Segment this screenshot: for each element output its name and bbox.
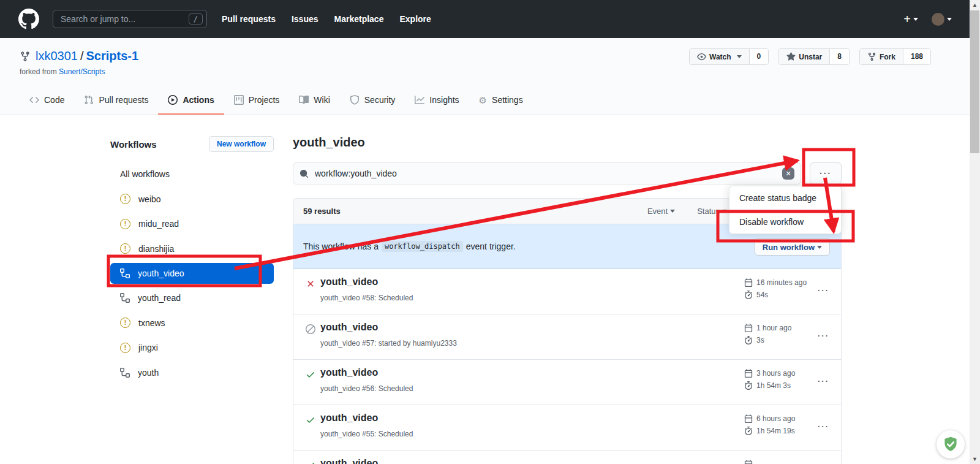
repo-owner-link[interactable]: lxk0301 (36, 49, 78, 63)
run-title-link[interactable]: youth_video (320, 276, 378, 287)
scrollbar-thumb[interactable] (970, 10, 979, 153)
sidebar-item-youth-read[interactable]: youth_read (110, 286, 274, 311)
pull-request-icon (84, 95, 94, 105)
project-icon (234, 95, 244, 105)
repo-name-link[interactable]: Scripts-1 (86, 49, 139, 63)
star-filled-icon (786, 52, 796, 61)
repo-title: lxk0301/Scripts-1 (36, 49, 138, 63)
banner-text: This workflow has a (303, 242, 379, 251)
run-row[interactable]: youth_video youth_video #55: Scheduled 6… (293, 405, 841, 451)
run-duration: 1h 54m 3s (756, 381, 791, 390)
github-logo-icon[interactable] (18, 9, 39, 29)
tab-security[interactable]: Security (340, 86, 405, 115)
run-row[interactable]: youth_video youth_video #58: Scheduled 1… (293, 269, 841, 314)
repo-separator: / (78, 49, 86, 63)
run-duration: 1h 54m 19s (756, 427, 795, 435)
forked-from-line: forked from Sunert/Scripts (20, 67, 105, 76)
run-list: 59 results Event Status This workflow ha… (293, 198, 842, 464)
tab-wiki[interactable]: Wiki (289, 86, 339, 115)
watch-count[interactable]: 0 (749, 49, 769, 64)
workflow-icon (120, 268, 130, 278)
tab-actions[interactable]: Actions (158, 86, 224, 115)
tab-pull-requests[interactable]: Pull requests (74, 86, 158, 115)
nav-link-explore[interactable]: Explore (399, 14, 431, 24)
global-search-input[interactable] (59, 13, 189, 25)
scrollbar-down-arrow[interactable]: ▼ (970, 454, 980, 464)
sidebar-item-txnews[interactable]: ! txnews (110, 311, 274, 336)
adguard-extension-badge[interactable] (937, 430, 965, 458)
run-row[interactable]: youth_video youth_video #57: started by … (293, 314, 841, 360)
menu-item-disable-workflow[interactable]: Disable workflow (729, 210, 841, 234)
create-new-button[interactable]: + (903, 12, 918, 26)
circle-slash-cancelled-icon (306, 324, 315, 334)
top-navbar: / Pull requests Issues Marketplace Explo… (0, 0, 980, 38)
nav-link-pull-requests[interactable]: Pull requests (222, 14, 276, 24)
clear-search-button[interactable]: ✕ (782, 167, 794, 180)
stopwatch-icon (744, 291, 753, 299)
run-title-link[interactable]: youth_video (320, 367, 378, 378)
workflow-label: All workflows (120, 169, 170, 179)
calendar-icon (744, 369, 753, 378)
unstar-button[interactable]: Unstar (779, 49, 829, 64)
x-failed-icon (306, 279, 315, 289)
watch-button[interactable]: Watch (690, 49, 749, 64)
scrollbar-up-arrow[interactable]: ▲ (970, 0, 980, 10)
sidebar-item-midu-read[interactable]: ! midu_read (110, 211, 274, 237)
run-options-button[interactable]: ··· (814, 421, 833, 432)
run-row[interactable]: youth_video youth_video #56: Scheduled 3… (293, 360, 841, 405)
run-row[interactable]: youth_video (293, 451, 841, 464)
forked-from-link[interactable]: Sunert/Scripts (59, 67, 105, 76)
warning-icon: ! (120, 343, 130, 353)
vertical-scrollbar[interactable]: ▲ ▼ (970, 0, 980, 464)
menu-item-create-status-badge[interactable]: Create status badge (729, 186, 841, 210)
user-avatar (932, 13, 944, 26)
run-title-link[interactable]: youth_video (320, 322, 378, 333)
sidebar-item-youth-video[interactable]: youth_video (110, 263, 274, 284)
run-workflow-button[interactable]: Run workflow (755, 238, 830, 256)
event-filter-dropdown[interactable]: Event (647, 207, 675, 216)
banner-code: workflow_dispatch (382, 241, 463, 252)
run-options-button[interactable]: ··· (814, 330, 833, 341)
tab-code[interactable]: Code (20, 86, 74, 115)
star-count[interactable]: 8 (829, 49, 849, 64)
run-options-button[interactable]: ··· (814, 285, 833, 295)
tab-insights[interactable]: Insights (405, 86, 469, 115)
sidebar-item-jingxi[interactable]: ! jingxi (110, 335, 274, 360)
tab-label: Insights (429, 95, 459, 105)
navbar-links: Pull requests Issues Marketplace Explore (222, 14, 431, 24)
run-time: 16 minutes ago (756, 278, 807, 287)
fork-button-group: Fork 188 (859, 48, 931, 65)
run-title-link[interactable]: youth_video (320, 458, 378, 464)
run-search-input[interactable] (314, 168, 782, 179)
warning-icon: ! (120, 318, 130, 328)
tab-projects[interactable]: Projects (224, 86, 290, 115)
sidebar-item-weibo[interactable]: ! weibo (110, 187, 274, 212)
gear-icon: ⚙ (479, 96, 487, 105)
run-options-button[interactable]: ··· (814, 376, 833, 386)
run-search-row: ✕ ··· (293, 162, 842, 184)
run-title-link[interactable]: youth_video (320, 413, 378, 424)
calendar-icon (744, 278, 753, 287)
nav-link-issues[interactable]: Issues (292, 14, 318, 24)
tab-settings[interactable]: ⚙ Settings (469, 86, 533, 115)
workflow-icon (120, 293, 130, 303)
user-menu-button[interactable] (932, 13, 952, 26)
run-search-box[interactable]: ✕ (293, 162, 801, 184)
github-actions-page: / Pull requests Issues Marketplace Explo… (0, 0, 980, 464)
sidebar-item-youth[interactable]: youth (110, 360, 274, 386)
tab-label: Projects (249, 95, 280, 105)
nav-link-marketplace[interactable]: Marketplace (334, 14, 384, 24)
workflow-label: weibo (138, 194, 161, 204)
repo-action-buttons: Watch 0 Unstar 8 Fork 188 (689, 48, 931, 65)
repo-tabs: Code Pull requests Actions Projects Wiki… (20, 86, 533, 115)
check-success-icon (306, 415, 315, 425)
workflow-label: jingxi (138, 343, 158, 352)
global-search[interactable]: / (53, 10, 207, 28)
sidebar-item-all-workflows[interactable]: All workflows (110, 162, 274, 187)
status-filter-dropdown[interactable]: Status (697, 207, 727, 216)
fork-count[interactable]: 188 (903, 49, 930, 64)
run-meta: 1 hour ago 3s (744, 322, 791, 346)
fork-button[interactable]: Fork (860, 49, 903, 64)
sidebar-item-dianshijia[interactable]: ! dianshijia (110, 237, 274, 262)
new-workflow-button[interactable]: New workflow (209, 136, 274, 152)
